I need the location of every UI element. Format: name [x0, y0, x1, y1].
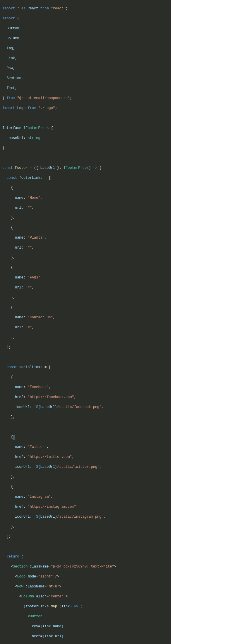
code-line[interactable]: import * as React from "react";	[2, 6, 169, 11]
code-line[interactable]: name: "Facebook",	[2, 385, 169, 390]
code-line[interactable]: const footerLinks = [	[2, 176, 169, 181]
code-line[interactable]: },	[2, 475, 169, 480]
code-line[interactable]: href={link.url}	[2, 634, 169, 639]
code-line[interactable]: {	[2, 435, 169, 440]
code-line[interactable]: {	[2, 225, 169, 230]
code-line[interactable]	[2, 355, 169, 360]
code-line[interactable]: },	[2, 524, 169, 529]
code-line[interactable]	[2, 116, 169, 121]
code-line[interactable]: const Footer = ({ baseUrl }: IFooterProp…	[2, 166, 169, 171]
code-line[interactable]	[2, 156, 169, 161]
code-line[interactable]: }	[2, 146, 169, 151]
code-line[interactable]: ];	[2, 534, 169, 539]
code-line[interactable]: key={link.name}	[2, 624, 169, 629]
code-line[interactable]: Interface IFooterProps {	[2, 126, 169, 131]
code-line[interactable]: Text,	[2, 86, 169, 91]
code-line[interactable]: return (	[2, 554, 169, 559]
code-line[interactable]: name: "Home",	[2, 196, 169, 200]
code-line[interactable]: Row,	[2, 66, 169, 71]
code-line[interactable]: Button,	[2, 26, 169, 31]
code-line[interactable]: href: "https://facebook.com",	[2, 395, 169, 400]
code-line[interactable]: name: "Instagram",	[2, 495, 169, 499]
cursor-selection	[13, 435, 15, 440]
code-line[interactable]: {	[2, 265, 169, 270]
code-line[interactable]: Img,	[2, 46, 169, 51]
code-line[interactable]: href: "https://twitter.com",	[2, 455, 169, 460]
code-line[interactable]: },	[2, 215, 169, 220]
code-line[interactable]: iconUrl: `${baseUrl}/static/twitter.png`…	[2, 465, 169, 470]
code-line[interactable]: {footerLinks.map((link) => (	[2, 604, 169, 609]
code-line[interactable]: <Logo mode="light" />	[2, 574, 169, 579]
code-line[interactable]: url: "#",	[2, 245, 169, 250]
code-line[interactable]: name: "Contact Us",	[2, 315, 169, 320]
code-line[interactable]: import {	[2, 16, 169, 21]
code-line[interactable]: const socialLinks = [	[2, 365, 169, 370]
code-line[interactable]: {	[2, 305, 169, 310]
code-line[interactable]: {	[2, 186, 169, 191]
code-line[interactable]: ];	[2, 345, 169, 350]
code-line[interactable]: Link,	[2, 56, 169, 61]
code-line[interactable]: Column,	[2, 36, 169, 41]
code-line[interactable]: name: "Twitter",	[2, 445, 169, 450]
code-line[interactable]: url: "#",	[2, 325, 169, 330]
code-line[interactable]: iconUrl: `${baseUrl}/static/instagram.pn…	[2, 514, 169, 519]
code-line[interactable]: href: "https://instagram.com",	[2, 504, 169, 509]
code-line[interactable]: name: "Plants",	[2, 235, 169, 240]
code-line[interactable]: iconUrl: `${baseUrl}/static/facebook.png…	[2, 405, 169, 410]
code-line[interactable]: },	[2, 335, 169, 340]
code-line[interactable]: import Logo from "./Logo";	[2, 106, 169, 111]
code-line[interactable]: name: "FAQs",	[2, 275, 169, 280]
code-line[interactable]	[2, 544, 169, 549]
code-line[interactable]: url: "#",	[2, 205, 169, 210]
code-line[interactable]: },	[2, 255, 169, 260]
code-line[interactable]: <Button	[2, 614, 169, 619]
code-editor[interactable]: import * as React from "react"; import {…	[0, 0, 171, 644]
code-line[interactable]: } from "@react-email/components";	[2, 96, 169, 101]
code-line[interactable]: },	[2, 295, 169, 300]
code-line[interactable]: <Column align="center">	[2, 594, 169, 599]
code-line[interactable]: },	[2, 415, 169, 420]
code-line[interactable]: url: "#",	[2, 285, 169, 290]
code-line[interactable]: {	[2, 375, 169, 380]
code-line[interactable]: <Section className="p-14 bg-[#256940] te…	[2, 564, 169, 569]
code-line[interactable]: baseUrl: string	[2, 136, 169, 141]
code-line[interactable]: {	[2, 485, 169, 490]
code-line[interactable]	[2, 425, 169, 430]
code-line[interactable]: <Row className="mt-8">	[2, 584, 169, 589]
code-line[interactable]: Section,	[2, 76, 169, 81]
